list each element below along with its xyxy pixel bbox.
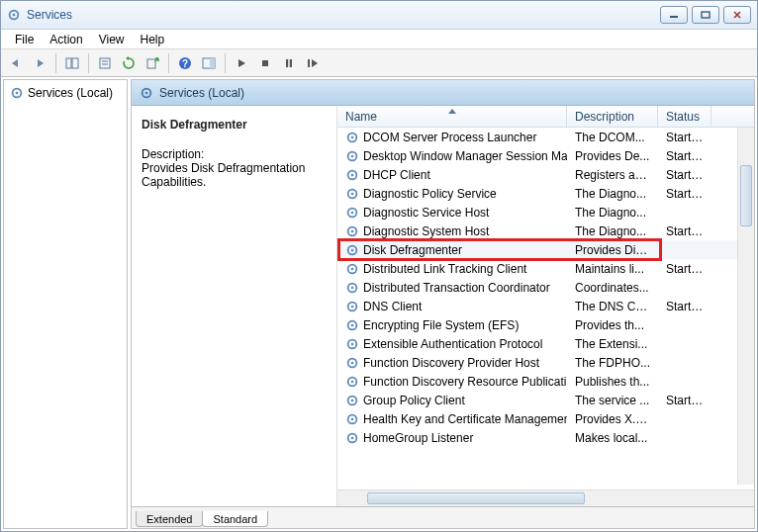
properties-button[interactable]	[94, 52, 116, 74]
column-status[interactable]: Status	[658, 106, 711, 127]
menu-view[interactable]: View	[91, 31, 133, 48]
services-list[interactable]: DCOM Server Process LauncherThe DCOM...S…	[337, 128, 754, 489]
service-description: The DCOM...	[567, 131, 658, 144]
svg-point-41	[351, 286, 354, 289]
service-name: Diagnostic Policy Service	[363, 187, 497, 201]
service-row[interactable]: Diagnostic Policy ServiceThe Diagno...St…	[337, 184, 754, 203]
service-description: The service ...	[567, 394, 658, 407]
gear-icon	[345, 375, 359, 389]
gear-icon	[345, 412, 359, 426]
view-tabs: Extended Standard	[132, 506, 754, 528]
menu-file[interactable]: File	[7, 31, 42, 48]
menu-action[interactable]: Action	[42, 31, 90, 48]
service-status: Started	[658, 300, 711, 313]
service-name: DCOM Server Process Launcher	[363, 131, 536, 144]
service-status: Started	[658, 224, 711, 238]
vertical-scrollbar[interactable]	[737, 128, 754, 485]
service-row[interactable]: Disk DefragmenterProvides Dis...	[337, 240, 754, 259]
show-hide-tree-button[interactable]	[61, 52, 83, 74]
service-name: Diagnostic System Host	[363, 224, 489, 238]
svg-point-29	[351, 173, 354, 176]
stop-service-button[interactable]	[254, 52, 276, 74]
svg-point-51	[351, 380, 354, 383]
service-row[interactable]: Diagnostic Service HostThe Diagno...	[337, 203, 754, 222]
service-name: Diagnostic Service Host	[363, 206, 489, 220]
services-app-icon	[7, 8, 21, 22]
service-row[interactable]: Extensible Authentication ProtocolThe Ex…	[337, 334, 754, 353]
service-description: The Diagno...	[567, 187, 658, 201]
restart-service-button[interactable]	[302, 52, 324, 74]
service-description: Provides Dis...	[567, 243, 658, 257]
service-row[interactable]: Group Policy ClientThe service ...Starte…	[337, 391, 754, 409]
service-description: Makes local...	[567, 431, 658, 445]
service-row[interactable]: DNS ClientThe DNS Cli...Started	[337, 297, 754, 315]
svg-rect-18	[290, 59, 292, 67]
service-row[interactable]: Distributed Link Tracking ClientMaintain…	[337, 259, 754, 278]
gear-icon	[345, 394, 359, 407]
gear-icon	[345, 187, 359, 201]
tree-item-services-local[interactable]: Services (Local)	[6, 84, 125, 102]
service-row[interactable]: Function Discovery Resource PublicationP…	[337, 372, 754, 391]
hscroll-thumb[interactable]	[367, 492, 585, 504]
column-name[interactable]: Name	[337, 106, 567, 127]
minimize-button[interactable]	[660, 6, 688, 24]
gear-icon	[345, 356, 359, 370]
svg-point-31	[351, 192, 354, 195]
svg-point-55	[351, 417, 354, 420]
service-row[interactable]: Function Discovery Provider HostThe FDPH…	[337, 353, 754, 372]
tab-extended[interactable]: Extended	[136, 511, 203, 527]
service-row[interactable]: Diagnostic System HostThe Diagno...Start…	[337, 222, 754, 240]
service-row[interactable]: HomeGroup ListenerMakes local...	[337, 428, 754, 447]
tree-item-label: Services (Local)	[28, 86, 113, 100]
gear-icon	[140, 86, 153, 100]
service-description: The FDPHO...	[567, 356, 658, 370]
svg-rect-16	[262, 60, 268, 66]
gear-icon	[345, 224, 359, 238]
service-description: Provides De...	[567, 149, 658, 163]
services-list-area: Name Description Status DCOM Server Proc…	[337, 106, 754, 506]
svg-rect-8	[100, 58, 110, 68]
menu-help[interactable]: Help	[133, 31, 173, 48]
gear-icon	[345, 206, 359, 220]
back-button[interactable]	[5, 52, 27, 74]
details-pane-header: Services (Local)	[132, 80, 754, 106]
tab-standard[interactable]: Standard	[202, 511, 268, 527]
service-status: Started	[658, 262, 711, 276]
service-name: Distributed Transaction Coordinator	[363, 281, 550, 295]
forward-button[interactable]	[29, 52, 50, 74]
service-description: Provides th...	[567, 318, 658, 332]
console-tree[interactable]: Services (Local)	[3, 79, 128, 529]
service-description: The DNS Cli...	[567, 300, 658, 313]
close-button[interactable]	[723, 6, 751, 24]
service-name: Function Discovery Resource Publication	[363, 375, 567, 389]
pause-service-button[interactable]	[278, 52, 300, 74]
export-button[interactable]	[142, 52, 163, 74]
svg-point-21	[16, 92, 19, 95]
refresh-button[interactable]	[118, 52, 140, 74]
gear-icon	[345, 431, 359, 445]
start-service-button[interactable]	[231, 52, 252, 74]
svg-point-27	[351, 154, 354, 157]
svg-rect-6	[66, 58, 71, 68]
help-button[interactable]: ?	[174, 52, 196, 74]
service-status: Started	[658, 131, 711, 144]
column-description[interactable]: Description	[567, 106, 658, 127]
service-row[interactable]: Desktop Window Manager Session Mana...Pr…	[337, 146, 754, 165]
svg-point-43	[351, 305, 354, 308]
service-status: Started	[658, 149, 711, 163]
svg-point-25	[351, 135, 354, 138]
vscroll-thumb[interactable]	[740, 165, 752, 226]
service-description: Maintains li...	[567, 262, 658, 276]
service-row[interactable]: DHCP ClientRegisters an...Started	[337, 165, 754, 184]
horizontal-scrollbar[interactable]	[337, 489, 754, 506]
service-row[interactable]: Distributed Transaction CoordinatorCoord…	[337, 278, 754, 297]
service-row[interactable]: Health Key and Certificate ManagementPro…	[337, 409, 754, 428]
column-headers: Name Description Status	[337, 106, 754, 128]
show-hide-action-pane-button[interactable]	[198, 52, 220, 74]
maximize-button[interactable]	[692, 6, 719, 24]
service-name: Function Discovery Provider Host	[363, 356, 539, 370]
service-row[interactable]: DCOM Server Process LauncherThe DCOM...S…	[337, 128, 754, 146]
service-status: Started	[658, 168, 711, 182]
service-row[interactable]: Encrypting File System (EFS)Provides th.…	[337, 315, 754, 334]
gear-icon	[345, 243, 359, 257]
